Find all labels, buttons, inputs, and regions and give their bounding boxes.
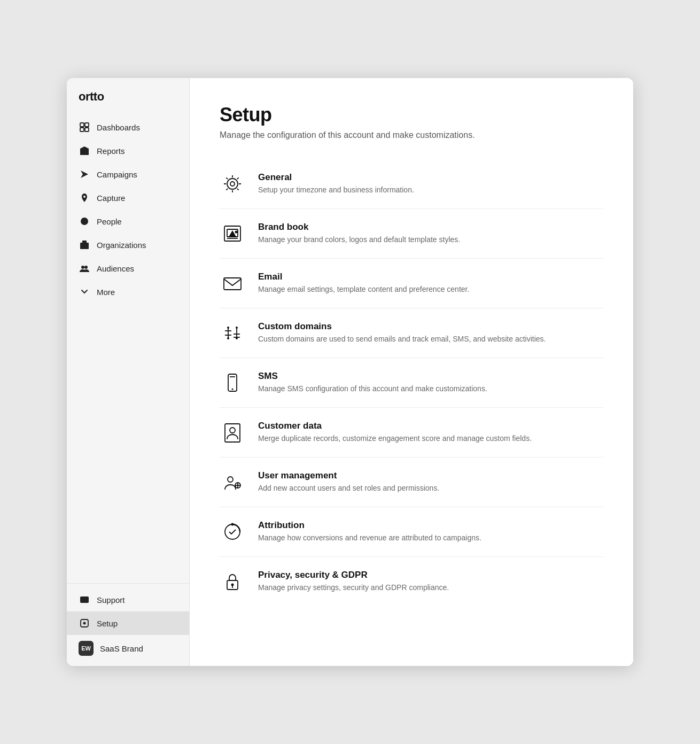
settings-title-brand-book: Brand book (258, 222, 460, 232)
svg-point-14 (230, 182, 235, 186)
settings-text-general: General Setup your timezone and business… (258, 172, 414, 196)
settings-text-privacy-security-gdpr: Privacy, security & GDPR Manage privacy … (258, 570, 449, 593)
settings-item-brand-book[interactable]: Brand book Manage your brand colors, log… (220, 209, 603, 259)
email-icon (220, 270, 245, 296)
app-logo: ortto (67, 78, 189, 113)
settings-item-email[interactable]: Email Manage email settings, template co… (220, 259, 603, 308)
account-label: SaaS Brand (100, 644, 143, 653)
settings-desc-sms: Manage SMS configuration of this account… (258, 383, 487, 394)
svg-point-10 (84, 266, 88, 269)
settings-title-sms: SMS (258, 371, 487, 382)
settings-item-custom-domains[interactable]: Custom domains Custom domains are used t… (220, 308, 603, 358)
app-window: ortto Dashboards (67, 78, 633, 666)
capture-icon (79, 192, 90, 204)
sidebar-label-audiences: Audiences (97, 264, 134, 273)
sidebar-item-people[interactable]: People (67, 210, 189, 233)
sidebar-item-campaigns[interactable]: Campaigns (67, 162, 189, 186)
sidebar-label-capture: Capture (97, 193, 125, 203)
settings-text-user-management: User management Add new account users an… (258, 470, 439, 494)
chevron-down-icon (79, 286, 90, 298)
settings-item-privacy-security-gdpr[interactable]: Privacy, security & GDPR Manage privacy … (220, 557, 603, 606)
settings-desc-attribution: Manage how conversions and revenue are a… (258, 532, 481, 544)
people-icon (79, 215, 90, 227)
sidebar-label-setup: Setup (97, 619, 118, 628)
svg-point-15 (227, 179, 238, 189)
setup-icon (79, 617, 90, 629)
settings-text-sms: SMS Manage SMS configuration of this acc… (258, 371, 487, 394)
settings-desc-customer-data: Merge duplicate records, customize engag… (258, 433, 532, 444)
main-content: Setup Manage the configuration of this a… (190, 78, 633, 666)
page-subtitle: Manage the configuration of this account… (220, 130, 603, 140)
sidebar-label-more: More (97, 288, 115, 297)
sidebar-item-support[interactable]: Support (67, 588, 189, 611)
svg-point-31 (236, 337, 238, 339)
svg-point-36 (230, 428, 235, 433)
sidebar-item-setup[interactable]: Setup (67, 611, 189, 635)
svg-point-44 (231, 584, 234, 586)
audiences-icon (79, 262, 90, 274)
svg-point-30 (227, 337, 229, 339)
svg-point-13 (83, 622, 86, 625)
sidebar-label-organizations: Organizations (97, 241, 146, 250)
sidebar-item-more[interactable]: More (67, 280, 189, 304)
settings-text-brand-book: Brand book Manage your brand colors, log… (258, 222, 460, 245)
svg-marker-4 (80, 146, 89, 155)
dashboards-icon (79, 121, 90, 133)
organizations-icon (79, 239, 90, 251)
svg-point-29 (236, 327, 238, 329)
settings-desc-user-management: Add new account users and set roles and … (258, 483, 439, 494)
settings-item-attribution[interactable]: Attribution Manage how conversions and r… (220, 507, 603, 557)
settings-item-general[interactable]: General Setup your timezone and business… (220, 159, 603, 209)
sidebar-item-audiences[interactable]: Audiences (67, 257, 189, 280)
settings-item-user-management[interactable]: User management Add new account users an… (220, 458, 603, 507)
svg-rect-8 (82, 241, 87, 244)
sidebar-label-campaigns: Campaigns (97, 170, 137, 179)
sidebar: ortto Dashboards (67, 78, 190, 666)
custom-domains-icon (220, 320, 245, 346)
svg-point-9 (81, 266, 84, 269)
svg-rect-21 (224, 278, 241, 290)
settings-item-sms[interactable]: SMS Manage SMS configuration of this acc… (220, 358, 603, 408)
sidebar-label-people: People (97, 217, 122, 226)
privacy-security-gdpr-icon (220, 569, 245, 594)
account-item[interactable]: EW SaaS Brand (67, 635, 189, 662)
sidebar-item-organizations[interactable]: Organizations (67, 233, 189, 257)
settings-desc-brand-book: Manage your brand colors, logos and defa… (258, 234, 460, 245)
settings-desc-email: Manage email settings, template content … (258, 284, 469, 295)
sidebar-item-reports[interactable]: Reports (67, 139, 189, 162)
brand-book-icon (220, 221, 245, 246)
settings-desc-general: Setup your timezone and business informa… (258, 184, 414, 196)
sidebar-nav: Dashboards Reports Campaigns (67, 113, 189, 583)
svg-rect-0 (80, 123, 84, 127)
svg-point-37 (228, 477, 233, 482)
settings-text-attribution: Attribution Manage how conversions and r… (258, 520, 481, 544)
settings-title-attribution: Attribution (258, 520, 481, 531)
svg-point-28 (227, 327, 229, 329)
settings-title-customer-data: Customer data (258, 421, 532, 431)
sidebar-item-dashboards[interactable]: Dashboards (67, 115, 189, 139)
page-title: Setup (220, 104, 603, 126)
settings-desc-privacy-security-gdpr: Manage privacy settings, security and GD… (258, 582, 449, 593)
general-icon (220, 171, 245, 197)
settings-list: General Setup your timezone and business… (220, 159, 603, 606)
settings-title-user-management: User management (258, 470, 439, 481)
sms-icon (220, 370, 245, 396)
support-icon (79, 594, 90, 606)
sidebar-bottom: Support Setup EW SaaS Brand (67, 583, 189, 666)
svg-rect-11 (80, 596, 89, 603)
svg-rect-1 (85, 123, 89, 127)
sidebar-item-capture[interactable]: Capture (67, 186, 189, 210)
user-management-icon (220, 469, 245, 495)
campaigns-icon (79, 168, 90, 180)
settings-text-email: Email Manage email settings, template co… (258, 272, 469, 295)
settings-item-customer-data[interactable]: Customer data Merge duplicate records, c… (220, 408, 603, 458)
settings-desc-custom-domains: Custom domains are used to send emails a… (258, 334, 546, 345)
svg-point-42 (231, 523, 234, 526)
customer-data-icon (220, 420, 245, 445)
svg-rect-3 (85, 128, 89, 131)
svg-point-6 (81, 218, 88, 225)
svg-point-20 (235, 231, 238, 234)
sidebar-label-support: Support (97, 595, 125, 604)
settings-title-email: Email (258, 272, 469, 282)
settings-text-customer-data: Customer data Merge duplicate records, c… (258, 421, 532, 444)
